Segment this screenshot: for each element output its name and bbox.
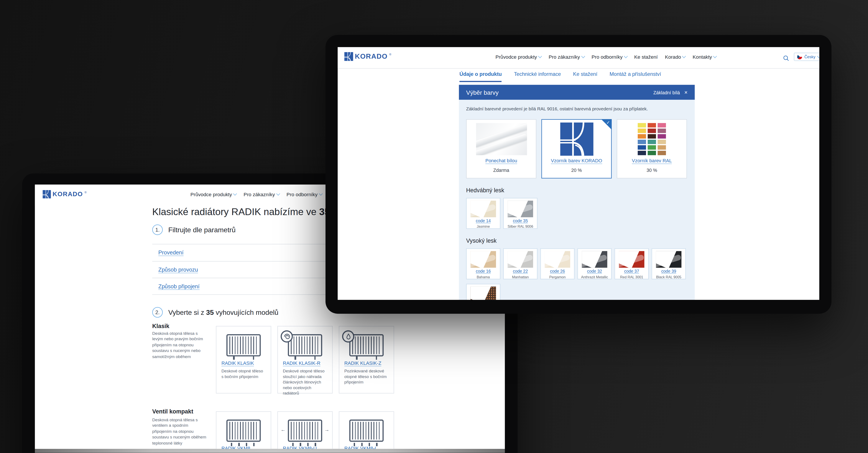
swatch-card-code35[interactable]: code 35 Silber RAL 9006 — [503, 198, 537, 229]
swatch-image — [545, 251, 570, 268]
chevron-down-icon — [624, 54, 627, 58]
swatch-image — [582, 251, 607, 268]
droplet-badge-icon — [342, 330, 354, 342]
nav-item-pruvodce-produkty[interactable]: Průvodce produkty — [495, 54, 541, 60]
radiator-icon — [349, 420, 384, 442]
color-options-row: Ponechat bílou Zdarma ✓ — [466, 119, 687, 178]
panel-header: Výběr barvy Základní bílá × — [459, 85, 695, 100]
option-card-vzornik-ral[interactable]: Vzorník barev RAL 30 % — [617, 119, 687, 178]
option-card-vzornik-korado[interactable]: ✓ — [541, 119, 612, 178]
swatch-card-code14[interactable]: code 14 Jasmine — [466, 198, 500, 229]
radiator-icon — [349, 334, 384, 356]
korado-logo[interactable]: KORADO ® — [42, 190, 87, 198]
radiator-icon — [226, 334, 260, 356]
chevron-down-icon — [233, 192, 237, 196]
tab-ke-stazeni[interactable]: Ke stažení — [573, 72, 597, 82]
option-link[interactable]: Vzorník barev RAL — [632, 158, 672, 164]
korado-wordmark: KORADO — [355, 53, 388, 60]
swatch-row: code 14 Jasmine code 35 Silber RAL 9006 — [466, 198, 687, 229]
chevron-down-icon — [538, 54, 542, 58]
panel-body: Základní barevné provedení je bílá RAL 9… — [459, 100, 695, 300]
search-icon[interactable] — [783, 54, 789, 64]
flag-czech-icon — [797, 54, 802, 59]
color-selection-panel: Výběr barvy Základní bílá × Základní bar… — [459, 85, 695, 300]
white-radiator-image — [467, 120, 536, 158]
swatch-card-code26[interactable]: code 26 Pergamon — [540, 248, 575, 279]
tab-technicke-informace[interactable]: Technické informace — [514, 72, 561, 82]
swatch-image — [619, 251, 644, 268]
swatch-image — [656, 251, 681, 268]
section-title-hedvabny-lesk: Hedvábný lesk — [466, 187, 687, 194]
section-title-vysoky-lesk: Vysoký lesk — [466, 237, 687, 244]
step-1-heading: 1. Filtrujte dle parametrů — [152, 224, 236, 235]
nav-item-pro-odborniky[interactable]: Pro odborníky — [286, 192, 322, 198]
arrow-left-icon: ← — [281, 427, 286, 432]
product-card-radik-klasik[interactable]: RADIK KLASIK Deskové otopné těleso s boč… — [216, 326, 271, 394]
site-header: KORADO ® Průvodce produkty Pro zákazníky… — [338, 47, 819, 68]
korado-symbol-icon — [344, 52, 353, 61]
product-card-radik-vkm8[interactable]: RADIK VKM8 — [216, 411, 271, 449]
swatch-card-code39[interactable]: code 39 Black RAL 9005 — [652, 248, 686, 279]
step-number-badge: 2. — [152, 307, 163, 317]
panel-intro-text: Základní barevné provedení je bílá RAL 9… — [466, 107, 687, 111]
swatch-image — [507, 251, 533, 268]
stage: KORADO ® Průvodce produkty Pro zákazníky… — [0, 0, 868, 453]
korado-logo[interactable]: KORADO ® — [344, 52, 391, 61]
korado-sampler-image — [542, 120, 611, 158]
nav-item-pruvodce-produkty[interactable]: Průvodce produkty — [190, 192, 237, 198]
language-label: Česky — [804, 54, 815, 59]
swatch-card-code22[interactable]: code 22 Manhattan — [503, 248, 537, 279]
nav-item-pro-zakazniky[interactable]: Pro zákazníky — [244, 192, 279, 198]
selected-color-value: Základní bílá — [653, 89, 680, 95]
product-description: Deskové otopné těleso s bočním připojení… — [221, 368, 266, 379]
nav-item-kontakty[interactable]: Kontakty — [693, 54, 716, 60]
product-title-link[interactable]: RADIK KLASIK — [221, 360, 266, 366]
nav-item-korado[interactable]: Korado — [665, 54, 685, 60]
swatch-image — [470, 251, 496, 268]
swatch-image — [470, 287, 496, 300]
chevron-down-icon — [318, 192, 322, 196]
option-card-ponechat-bilou[interactable]: Ponechat bílou Zdarma — [466, 119, 536, 178]
nav-item-pro-zakazniky[interactable]: Pro zákazníky — [549, 54, 584, 60]
tab-montaz-a-prislusenstvi[interactable]: Montáž a příslušenství — [610, 72, 661, 82]
swatch-image — [470, 201, 496, 217]
swatch-card-partial[interactable] — [466, 284, 500, 300]
swatch-card-code37[interactable]: code 37 Red RAL 3001 — [615, 248, 649, 279]
chevron-down-icon — [817, 54, 819, 58]
option-price: 20 % — [571, 167, 582, 173]
nav-item-pro-odborniky[interactable]: Pro odborníky — [592, 54, 627, 60]
language-selector[interactable]: Česky — [794, 53, 819, 61]
selected-color-chip: Základní bílá × — [653, 89, 688, 95]
coil-badge-icon — [281, 330, 293, 342]
radiator-icon — [288, 420, 322, 442]
option-link[interactable]: Ponechat bílou — [486, 158, 517, 164]
step-number-badge: 1. — [152, 224, 163, 235]
ral-color-grid — [638, 123, 666, 155]
close-icon[interactable]: × — [684, 89, 687, 95]
swatch-image — [507, 201, 533, 217]
registered-mark: ® — [389, 53, 391, 56]
product-cards-row: RADIK VKM8 ← → RADIK VKM8-U RADIK VKM8-L — [216, 411, 394, 449]
option-link[interactable]: Vzorník barev KORADO — [551, 158, 602, 164]
group-description: Desková otopná tělesa s ventilem a spodn… — [152, 417, 207, 446]
tab-udaje-o-produktu[interactable]: Údaje o produktu — [459, 72, 502, 82]
swatch-card-code16[interactable]: code 16 Bahama — [466, 248, 500, 279]
product-tabs: Údaje o produktu Technické informace Ke … — [459, 72, 661, 82]
korado-wordmark: KORADO — [53, 191, 83, 197]
product-description: Deskové otopné těleso sloužící jako náhr… — [283, 368, 327, 396]
valve-stubs-icon — [231, 443, 256, 446]
swatch-card-code32[interactable]: code 32 Anthrazit Metallic — [578, 248, 612, 279]
chevron-down-icon — [581, 54, 585, 58]
product-card-radik-klasik-z[interactable]: RADIK KLASIK-Z Pozinkované deskové otopn… — [339, 326, 394, 394]
chevron-down-icon — [682, 54, 686, 58]
group-name-klasik: Klasik — [152, 323, 169, 329]
product-card-radik-vkm8-l[interactable]: RADIK VKM8-L — [339, 411, 394, 449]
product-card-radik-vkm8-u[interactable]: ← → RADIK VKM8-U — [277, 411, 333, 449]
product-title-link[interactable]: RADIK KLASIK-Z — [344, 360, 389, 366]
registered-mark: ® — [85, 190, 87, 194]
ral-sampler-image — [617, 120, 686, 158]
product-card-radik-klasik-r[interactable]: RADIK KLASIK-R Deskové otopné těleso slo… — [277, 326, 333, 394]
product-title-link[interactable]: RADIK KLASIK-R — [283, 360, 327, 366]
valve-stubs-icon — [354, 443, 379, 446]
nav-item-ke-stazeni[interactable]: Ke stažení — [634, 54, 657, 60]
